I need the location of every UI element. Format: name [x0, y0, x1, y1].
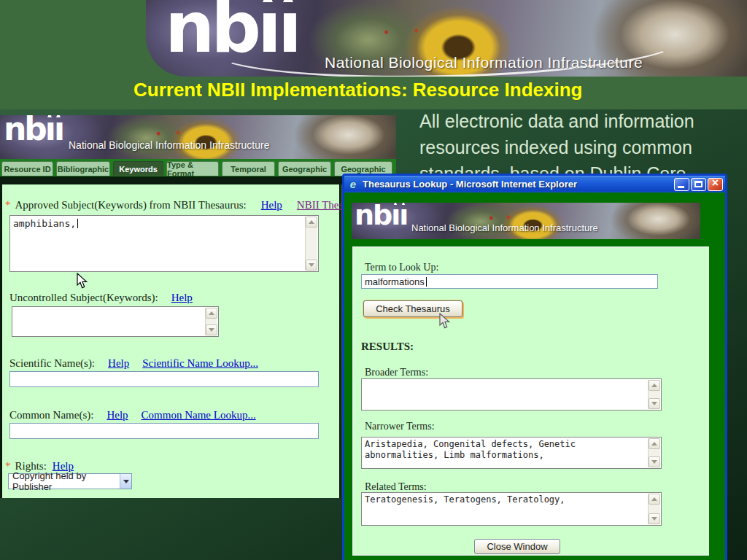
broader-terms-label: Broader Terms: — [365, 367, 428, 378]
divider-strip — [0, 176, 396, 184]
metadata-form-window: nbıı National Biological Information Inf… — [0, 115, 396, 498]
popup-title: Thesaurus Lookup - Microsoft Internet Ex… — [363, 179, 673, 190]
term-input[interactable]: malformations — [361, 274, 658, 289]
required-asterisk: * — [5, 199, 11, 211]
tab-type-format[interactable]: Type & Format — [166, 161, 219, 176]
related-terms-textarea[interactable]: Teratogenesis, Teratogens, Teratology, — [361, 492, 662, 526]
scientific-name-row: Scientific Name(s): Help Scientific Name… — [9, 357, 258, 370]
narrower-terms-label: Narrower Terms: — [365, 421, 435, 432]
check-thesaurus-button[interactable]: Check Thesaurus — [363, 300, 462, 317]
common-name-label: Common Name(s): — [9, 409, 93, 421]
tab-bibliographic[interactable]: Bibliographic — [56, 161, 110, 176]
scroll-down-button[interactable] — [649, 513, 660, 524]
scroll-up-button[interactable] — [206, 308, 217, 319]
term-lookup-label: Term to Look Up: — [365, 262, 438, 273]
minimize-button[interactable] — [674, 178, 689, 191]
narrower-terms-textarea[interactable]: Aristapedia, Congenital defects, Genetic… — [361, 437, 662, 469]
tab-geographic-1[interactable]: Geographic — [278, 161, 331, 176]
text-caret — [77, 219, 78, 228]
approved-keywords-label: Approved Subject(Keywords) from NBII The… — [15, 199, 247, 211]
scrollbar[interactable] — [648, 380, 660, 409]
help-link[interactable]: Help — [261, 199, 282, 211]
maximize-button[interactable] — [691, 178, 706, 191]
scroll-up-button[interactable] — [306, 217, 317, 228]
scroll-up-button[interactable] — [649, 494, 660, 505]
text-caret — [426, 277, 427, 287]
arrow-down-icon — [123, 480, 129, 483]
nbii-tagline: National Biological Information Infrastr… — [411, 222, 598, 233]
nbii-logo: nbıı — [355, 203, 407, 229]
required-asterisk: * — [5, 460, 11, 472]
slide-title: Current NBII Implementations: Resource I… — [133, 79, 582, 101]
tab-temporal[interactable]: Temporal — [222, 161, 275, 176]
scrollbar[interactable] — [205, 308, 217, 335]
approved-keywords-textarea[interactable]: amphibians, — [9, 215, 319, 272]
slide: nbıı National Biological Information Inf… — [0, 0, 747, 560]
rights-selected-value: Copyright held by Publisher — [12, 470, 120, 492]
scroll-down-button[interactable] — [306, 260, 317, 271]
close-window-button[interactable]: Close Window — [474, 539, 560, 554]
popup-body: nbıı National Biological Information Inf… — [344, 192, 725, 560]
keywords-form-body: * Approved Subject(Keywords) from NBII T… — [0, 184, 341, 498]
arrow-down-icon — [651, 460, 657, 464]
scroll-up-button[interactable] — [649, 380, 660, 391]
approved-keywords-row: * Approved Subject(Keywords) from NBII T… — [5, 199, 367, 211]
scientific-name-input[interactable] — [9, 371, 319, 387]
nbii-tagline: National Biological Information Infrastr… — [69, 139, 269, 151]
arrow-up-icon — [651, 497, 657, 501]
nbii-logo: nbıı — [4, 115, 63, 145]
arrow-down-icon — [651, 517, 657, 521]
scrollbar[interactable] — [648, 494, 660, 524]
common-name-lookup-link[interactable]: Common Name Lookup... — [142, 409, 256, 421]
uncontrolled-keywords-textarea[interactable] — [12, 306, 219, 337]
nbii-header-collage: nbıı National Biological Information Inf… — [146, 0, 747, 77]
popup-nbii-banner: nbıı National Biological Information Inf… — [352, 203, 700, 239]
arrow-down-icon — [651, 402, 657, 405]
results-heading: RESULTS: — [361, 341, 414, 353]
internet-explorer-icon: e — [347, 179, 359, 190]
scrollbar[interactable] — [305, 217, 317, 271]
common-name-row: Common Name(s): Help Common Name Lookup.… — [9, 409, 256, 421]
nbii-tagline: National Biological Information Infrastr… — [325, 54, 643, 71]
tab-resource-id[interactable]: Resource ID — [1, 161, 53, 176]
uncontrolled-keywords-row: Uncontrolled Subject(Keywords): Help — [9, 292, 193, 304]
help-link[interactable]: Help — [171, 292, 193, 304]
scroll-up-button[interactable] — [649, 438, 660, 449]
arrow-down-icon — [309, 263, 314, 267]
help-link[interactable]: Help — [107, 409, 128, 421]
arrow-up-icon — [309, 220, 314, 224]
thesaurus-panel: Term to Look Up: malformations Check The… — [352, 246, 709, 556]
scientific-name-label: Scientific Name(s): — [9, 357, 95, 370]
scroll-down-button[interactable] — [206, 324, 217, 335]
scientific-name-lookup-link[interactable]: Scientific Name Lookup... — [142, 357, 258, 370]
tab-keywords[interactable]: Keywords — [113, 161, 163, 176]
broader-terms-textarea[interactable] — [361, 378, 662, 411]
popup-titlebar[interactable]: e Thesaurus Lookup - Microsoft Internet … — [344, 176, 725, 192]
arrow-up-icon — [209, 311, 214, 315]
close-icon[interactable] — [708, 178, 723, 191]
common-name-input[interactable] — [9, 423, 319, 439]
form-nbii-banner: nbıı National Biological Information Inf… — [0, 115, 396, 159]
arrow-up-icon — [651, 384, 657, 387]
thesaurus-popup-window: e Thesaurus Lookup - Microsoft Internet … — [342, 174, 727, 560]
uncontrolled-keywords-label: Uncontrolled Subject(Keywords): — [9, 292, 158, 304]
arrow-up-icon — [651, 442, 657, 446]
scroll-down-button[interactable] — [649, 456, 660, 467]
arrow-down-icon — [209, 328, 214, 332]
help-link[interactable]: Help — [108, 357, 129, 370]
related-terms-label: Related Terms: — [365, 481, 427, 493]
scrollbar[interactable] — [648, 438, 660, 467]
scroll-down-button[interactable] — [649, 398, 660, 409]
dropdown-arrow-icon[interactable] — [120, 474, 131, 489]
rights-select[interactable]: Copyright held by Publisher — [8, 473, 132, 489]
form-tab-strip: Resource ID Bibliographic Keywords Type … — [0, 159, 396, 176]
